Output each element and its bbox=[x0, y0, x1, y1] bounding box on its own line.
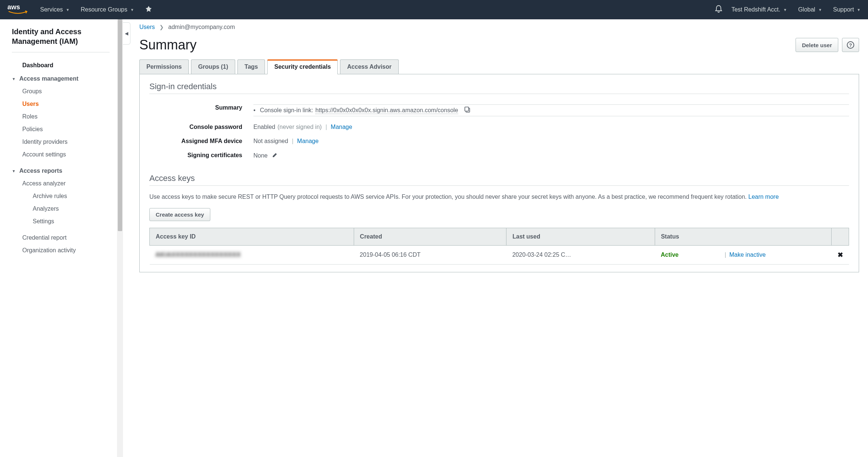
manage-mfa-link[interactable]: Manage bbox=[297, 138, 319, 145]
field-value-mfa: Not assigned | Manage bbox=[253, 138, 849, 145]
sidebar-item-credential-report[interactable]: Credential report bbox=[12, 231, 117, 244]
page-header: Summary Delete user ? bbox=[139, 37, 859, 53]
top-navigation: aws Services ▼ Resource Groups ▼ Test Re… bbox=[0, 0, 868, 19]
caret-down-icon: ▼ bbox=[783, 8, 787, 12]
create-access-key-button[interactable]: Create access key bbox=[149, 208, 210, 221]
field-label-summary: Summary bbox=[149, 104, 253, 116]
scrollbar-thumb[interactable] bbox=[118, 19, 122, 231]
access-keys-description: Use access keys to make secure REST or H… bbox=[149, 192, 849, 201]
help-icon: ? bbox=[847, 41, 854, 49]
table-header-row: Access key ID Created Last used Status bbox=[150, 228, 849, 246]
account-label: Test Redshift Acct. bbox=[731, 6, 780, 13]
caret-down-icon: ▼ bbox=[818, 8, 822, 12]
sidebar-item-archive-rules[interactable]: Archive rules bbox=[12, 190, 117, 202]
mfa-value: Not assigned bbox=[253, 138, 288, 145]
support-menu[interactable]: Support ▼ bbox=[833, 6, 861, 13]
resource-groups-label: Resource Groups bbox=[81, 6, 127, 13]
caret-down-icon: ▼ bbox=[66, 8, 69, 12]
services-label: Services bbox=[40, 6, 63, 13]
tab-access-advisor[interactable]: Access Advisor bbox=[340, 59, 398, 74]
account-menu[interactable]: Test Redshift Acct. ▼ bbox=[731, 6, 787, 13]
help-button[interactable]: ? bbox=[842, 38, 859, 52]
tabs: Permissions Groups (1) Tags Security cre… bbox=[139, 59, 859, 74]
services-menu[interactable]: Services ▼ bbox=[40, 6, 69, 13]
learn-more-link[interactable]: Learn more bbox=[748, 194, 779, 200]
make-inactive-link[interactable]: Make inactive bbox=[729, 252, 766, 258]
col-status: Status bbox=[655, 228, 831, 246]
sidebar-item-account-settings[interactable]: Account settings bbox=[12, 148, 117, 161]
support-label: Support bbox=[833, 6, 854, 13]
password-note: (never signed in) bbox=[278, 124, 322, 130]
sidebar-item-access-analyzer[interactable]: Access analyzer bbox=[12, 177, 117, 190]
tab-tags[interactable]: Tags bbox=[237, 59, 265, 74]
breadcrumb: Users ❯ admin@mycompany.com bbox=[139, 24, 859, 30]
sidebar-group-label: Access management bbox=[19, 75, 78, 82]
field-value-certs: None bbox=[253, 152, 849, 159]
sidebar-item-users[interactable]: Users bbox=[12, 98, 117, 110]
breadcrumb-users-link[interactable]: Users bbox=[139, 24, 155, 30]
sidebar-collapse-handle[interactable]: ◀ bbox=[123, 22, 130, 45]
delete-user-button[interactable]: Delete user bbox=[796, 38, 838, 52]
separator: | bbox=[326, 124, 327, 130]
delete-key-icon[interactable]: ✖ bbox=[838, 251, 843, 259]
sidebar-item-analyzers[interactable]: Analyzers bbox=[12, 202, 117, 215]
chevron-right-icon: ❯ bbox=[159, 24, 164, 30]
edit-icon[interactable] bbox=[272, 152, 278, 159]
access-key-created: 2019-04-05 06:16 CDT bbox=[354, 246, 506, 265]
divider bbox=[12, 52, 110, 52]
col-created: Created bbox=[354, 228, 506, 246]
col-delete bbox=[832, 228, 849, 246]
access-key-last-used: 2020-03-24 02:25 C… bbox=[506, 246, 655, 265]
sidebar-title: Identity and Access Management (IAM) bbox=[12, 27, 117, 46]
sidebar-group-access-management[interactable]: ▼ Access management bbox=[12, 72, 117, 85]
pin-icon[interactable] bbox=[145, 6, 152, 14]
section-title-signin: Sign-in credentials bbox=[149, 82, 849, 91]
sidebar-group-access-reports[interactable]: ▼ Access reports bbox=[12, 165, 117, 177]
divider bbox=[149, 185, 849, 186]
chevron-left-icon: ◀ bbox=[125, 31, 128, 36]
table-row: AKIAXXXXXXXXXXXXXXXX 2019-04-05 06:16 CD… bbox=[150, 246, 849, 265]
signin-link-url[interactable]: https://0x0x0x0x0x0x.signin.aws.amazon.c… bbox=[315, 107, 458, 114]
breadcrumb-current: admin@mycompany.com bbox=[168, 24, 235, 30]
signin-link-text: Console sign-in link: bbox=[260, 107, 313, 114]
aws-logo[interactable]: aws bbox=[7, 3, 29, 16]
field-mfa: Assigned MFA device Not assigned | Manag… bbox=[149, 134, 849, 148]
main-content: Users ❯ admin@mycompany.com Summary Dele… bbox=[130, 19, 868, 457]
col-access-key-id: Access key ID bbox=[150, 228, 354, 246]
caret-down-icon: ▼ bbox=[857, 8, 861, 12]
tab-permissions[interactable]: Permissions bbox=[139, 59, 189, 74]
copy-icon[interactable] bbox=[464, 106, 471, 114]
sidebar-container: Identity and Access Management (IAM) Das… bbox=[0, 19, 130, 457]
notifications-icon[interactable] bbox=[715, 5, 722, 15]
separator: | bbox=[292, 138, 293, 145]
sidebar-item-identity-providers[interactable]: Identity providers bbox=[12, 136, 117, 148]
sidebar-scrollbar[interactable] bbox=[117, 19, 123, 457]
sidebar-item-organization-activity[interactable]: Organization activity bbox=[12, 244, 117, 257]
field-label-password: Console password bbox=[149, 124, 253, 130]
col-last-used: Last used bbox=[506, 228, 655, 246]
password-enabled: Enabled bbox=[253, 124, 275, 130]
access-keys-table: Access key ID Created Last used Status A… bbox=[149, 228, 849, 265]
tab-groups[interactable]: Groups (1) bbox=[191, 59, 235, 74]
sidebar: Identity and Access Management (IAM) Das… bbox=[0, 19, 117, 457]
tab-security-credentials[interactable]: Security credentials bbox=[267, 59, 338, 74]
separator: | bbox=[725, 252, 726, 258]
triangle-down-icon: ▼ bbox=[12, 169, 16, 173]
tab-panel-security-credentials: Sign-in credentials Summary • Console si… bbox=[139, 74, 859, 272]
resource-groups-menu[interactable]: Resource Groups ▼ bbox=[81, 6, 134, 13]
sidebar-group-label: Access reports bbox=[19, 168, 62, 174]
sidebar-item-dashboard[interactable]: Dashboard bbox=[12, 58, 117, 72]
access-key-id-value: AKIAXXXXXXXXXXXXXXXX bbox=[156, 252, 241, 258]
divider bbox=[149, 94, 849, 94]
sidebar-item-policies[interactable]: Policies bbox=[12, 123, 117, 136]
field-summary: Summary • Console sign-in link: https://… bbox=[149, 101, 849, 120]
sidebar-item-groups[interactable]: Groups bbox=[12, 85, 117, 98]
region-menu[interactable]: Global ▼ bbox=[798, 6, 822, 13]
field-signing-certs: Signing certificates None bbox=[149, 148, 849, 163]
manage-password-link[interactable]: Manage bbox=[331, 124, 352, 130]
access-keys-desc-text: Use access keys to make secure REST or H… bbox=[149, 194, 748, 200]
region-label: Global bbox=[798, 6, 815, 13]
sidebar-item-roles[interactable]: Roles bbox=[12, 110, 117, 123]
sidebar-item-settings[interactable]: Settings bbox=[12, 215, 117, 228]
header-actions: Delete user ? bbox=[796, 38, 859, 52]
